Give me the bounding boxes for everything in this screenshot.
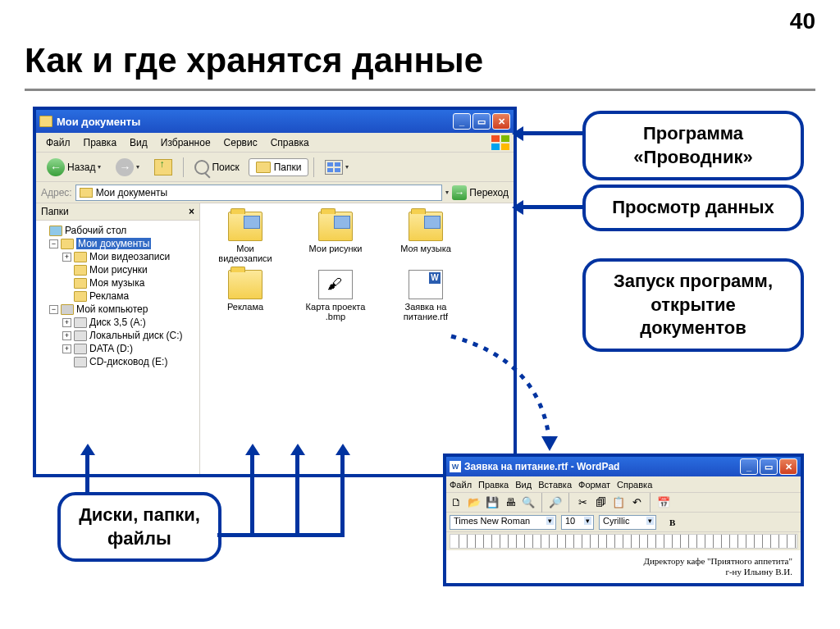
dropdown-caret-icon: ▾ (136, 163, 139, 171)
expand-icon[interactable]: + (62, 253, 71, 262)
tree-desktop[interactable]: Рабочий стол (38, 224, 198, 237)
address-input[interactable]: Мои документы (75, 185, 443, 201)
new-icon[interactable]: 🗋 (450, 496, 463, 509)
file-item-music[interactable]: Моя музыка (389, 212, 463, 263)
search-label: Поиск (212, 162, 239, 173)
up-button[interactable] (148, 156, 178, 179)
menu-favorites[interactable]: Избранное (154, 135, 217, 150)
forward-button[interactable]: → ▾ (110, 155, 145, 180)
menu-edit[interactable]: Правка (478, 480, 509, 490)
folder-icon (80, 188, 93, 198)
document-area[interactable]: Директору кафе "Приятного аппетита" г-ну… (446, 550, 801, 583)
folder-pictures-icon (318, 212, 353, 241)
tree-mycomputer[interactable]: −Мой компьютер (38, 303, 198, 316)
sidebar-header: Папки × (36, 203, 199, 221)
copy-icon[interactable]: 🗐 (594, 496, 607, 509)
search-button[interactable]: Поиск (189, 157, 244, 178)
minimize-button[interactable]: _ (453, 113, 471, 130)
toolbar-separator (650, 493, 651, 513)
expand-icon[interactable]: + (62, 318, 71, 327)
menu-insert[interactable]: Вставка (538, 480, 572, 490)
folder-icon (61, 239, 74, 249)
explorer-body: Папки × Рабочий стол −Мои документы +Мои… (36, 203, 514, 474)
back-arrow-icon: ← (47, 158, 65, 176)
font-size-select[interactable]: 10 (561, 515, 594, 530)
file-item-videos[interactable]: Мои видеозаписи (208, 212, 282, 263)
folder-videos-icon (228, 212, 262, 241)
folders-sidebar: Папки × Рабочий стол −Мои документы +Мои… (36, 203, 200, 474)
toolbar-separator (313, 157, 314, 177)
rtf-file-icon (409, 270, 443, 299)
toolbar-separator (568, 493, 569, 513)
save-icon[interactable]: 💾 (486, 496, 499, 509)
maximize-button[interactable]: ▭ (472, 113, 491, 130)
menu-file[interactable]: Файл (39, 135, 77, 150)
toolbar-separator (541, 493, 542, 513)
file-item-bmp[interactable]: Карта проекта .bmp (299, 270, 372, 321)
collapse-icon[interactable]: − (49, 239, 58, 248)
menu-help[interactable]: Справка (264, 135, 316, 150)
file-item-ads[interactable]: Реклама (208, 270, 282, 321)
open-icon[interactable]: 📂 (468, 496, 481, 509)
paste-icon[interactable]: 📋 (612, 496, 625, 509)
maximize-button[interactable]: ▭ (760, 458, 778, 475)
tree-cd[interactable]: CD-дисковод (E:) (38, 355, 198, 368)
floppy-icon (74, 317, 87, 328)
undo-icon[interactable]: ↶ (630, 496, 643, 509)
bold-button[interactable]: B (669, 517, 675, 527)
slide-title: Как и где хранятся данные (25, 41, 483, 80)
ruler[interactable] (450, 534, 797, 549)
views-button[interactable]: ▾ (319, 157, 354, 178)
tree-data[interactable]: +DATA (D:) (38, 342, 198, 355)
close-button[interactable]: ✕ (492, 113, 510, 130)
datetime-icon[interactable]: 📅 (657, 496, 670, 509)
folder-icon (39, 116, 52, 127)
wordpad-menubar: Файл Правка Вид Вставка Формат Справка (446, 476, 801, 493)
tree-pictures[interactable]: Мои рисунки (38, 263, 198, 276)
go-button[interactable]: → Переход (452, 185, 509, 200)
folders-button[interactable]: Папки (249, 158, 309, 176)
file-item-rtf[interactable]: Заявка на питание.rtf (389, 270, 463, 321)
collapse-icon[interactable]: − (49, 305, 58, 314)
file-item-pictures[interactable]: Мои рисунки (299, 212, 372, 263)
menu-tools[interactable]: Сервис (217, 135, 264, 150)
menu-file[interactable]: Файл (450, 480, 472, 490)
print-icon[interactable]: 🖶 (504, 496, 517, 509)
expand-icon[interactable]: + (62, 344, 71, 353)
cut-icon[interactable]: ✂ (576, 496, 589, 509)
sidebar-close-button[interactable]: × (189, 206, 194, 217)
tree-ads[interactable]: Реклама (38, 289, 198, 303)
tree-localdisk[interactable]: +Локальный диск (C:) (38, 329, 198, 342)
menu-format[interactable]: Формат (578, 480, 610, 490)
back-button[interactable]: ← Назад ▾ (41, 155, 107, 180)
minimize-button[interactable]: _ (740, 458, 758, 475)
windows-logo-icon (491, 134, 510, 151)
folder-music-icon (409, 212, 443, 241)
menu-edit[interactable]: Правка (77, 135, 124, 150)
folders-label: Папки (274, 162, 302, 173)
tree-floppy[interactable]: +Диск 3,5 (A:) (38, 316, 198, 329)
menu-view[interactable]: Вид (123, 135, 154, 150)
expand-icon[interactable]: + (62, 331, 71, 340)
arrow-connector (340, 454, 345, 537)
wordpad-icon: W (450, 461, 461, 472)
dropdown-caret-icon[interactable]: ▾ (445, 189, 449, 196)
tree-mydocs[interactable]: −Мои документы (38, 237, 198, 250)
callout-launch: Запуск программ, открытие документов (582, 258, 804, 352)
preview-icon[interactable]: 🔍 (522, 496, 535, 509)
menu-view[interactable]: Вид (515, 480, 532, 490)
cd-icon (74, 357, 87, 367)
font-select[interactable]: Times New Roman (450, 515, 556, 530)
find-icon[interactable]: 🔎 (549, 496, 562, 509)
title-underline (25, 89, 815, 91)
bmp-file-icon (318, 270, 353, 299)
explorer-titlebar[interactable]: Мои документы _ ▭ ✕ (36, 110, 514, 133)
tree-videos[interactable]: +Мои видеозаписи (38, 250, 198, 263)
script-select[interactable]: Cyrillic (599, 515, 656, 530)
menu-help[interactable]: Справка (617, 480, 652, 490)
wordpad-toolbar: 🗋 📂 💾 🖶 🔍 🔎 ✂ 🗐 📋 ↶ 📅 (446, 493, 801, 513)
close-button[interactable]: ✕ (779, 458, 797, 475)
wordpad-titlebar[interactable]: W Заявка на питание.rtf - WordPad _ ▭ ✕ (446, 457, 801, 476)
tree-music[interactable]: Моя музыка (38, 276, 198, 289)
folder-icon (74, 265, 87, 276)
